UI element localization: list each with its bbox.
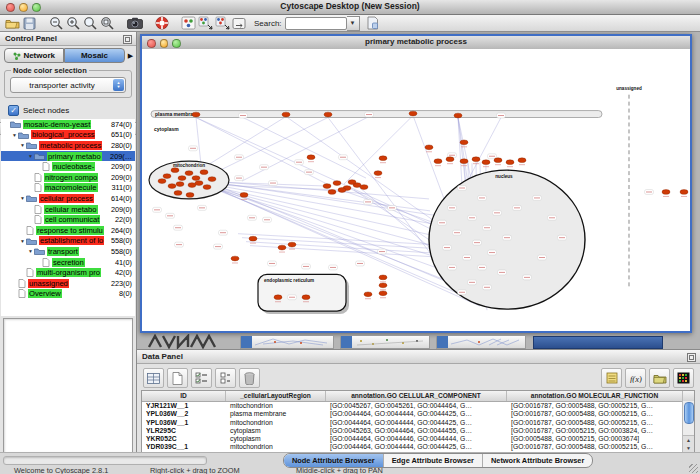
expand-triangle-icon[interactable]: ▼ [19, 142, 26, 148]
tree-item-count: 614(0) [111, 194, 135, 203]
resize-grip[interactable] [689, 464, 698, 473]
tree-item-label: transport [47, 247, 79, 256]
node-color-selection-label: Node color selection [11, 66, 89, 75]
filter-network-icon[interactable] [214, 16, 231, 31]
tree-item-label: unassigned [28, 279, 69, 288]
annotation-icon[interactable] [231, 16, 248, 31]
zoom-selected-icon[interactable] [82, 16, 99, 31]
file-icon [34, 215, 42, 224]
new-attribute-icon[interactable] [167, 368, 188, 388]
col-header-molecular-function[interactable]: annotation.GO MOLECULAR_FUNCTION [507, 391, 683, 401]
table-row[interactable]: YPL036W__2plasma membrane[GO:0044464, GO… [142, 410, 683, 418]
table-row[interactable]: YKR052Ccytoplasm[GO:0044464, GO:0044446,… [142, 435, 683, 443]
tree-item[interactable]: ▼nitrogen compo209(0) [1, 172, 135, 183]
background-window-3-titlebox [437, 336, 448, 348]
table-row[interactable]: YLR295Ccytoplasm[GO:0045263, GO:0044464,… [142, 427, 683, 435]
tree-item[interactable]: ▼nucleobase-209(0) [1, 161, 135, 172]
table-scrollbar-arrows[interactable]: ▲▼ [683, 435, 694, 452]
col-header-cellular-component[interactable]: annotation.GO CELLULAR_COMPONENT [326, 391, 507, 401]
tree-item[interactable]: ▼metabolic process280(0) [1, 140, 135, 151]
attribute-notes-icon[interactable] [601, 368, 622, 388]
float-panel-icon[interactable] [123, 35, 132, 44]
background-window-3[interactable] [436, 335, 526, 349]
tree-item-count: 209(0) [111, 205, 135, 214]
delete-attribute-trash-icon[interactable] [239, 368, 260, 388]
zoom-out-icon[interactable] [48, 16, 65, 31]
tree-item[interactable]: ▼macromolecule311(0) [1, 183, 135, 194]
expand-triangle-icon[interactable]: ▼ [27, 248, 34, 254]
import-attributes-folder-icon[interactable] [649, 368, 670, 388]
table-cell: cytoplasm [226, 427, 326, 435]
data-panel-title: Data Panel [142, 352, 183, 361]
background-window-thumbnails [137, 334, 700, 349]
unselect-attributes-icon[interactable] [215, 368, 236, 388]
zoom-in-icon[interactable] [65, 16, 82, 31]
node-color-dropdown[interactable]: transporter activity ▲▼ [10, 77, 126, 93]
search-dropdown-button[interactable]: ▼ [347, 16, 360, 31]
snapshot-camera-icon[interactable] [126, 16, 143, 31]
open-session-icon[interactable] [4, 16, 21, 31]
folder-icon [34, 247, 45, 255]
select-attributes-icon[interactable] [191, 368, 212, 388]
expand-triangle-icon[interactable]: ▼ [19, 195, 26, 201]
network-canvas[interactable]: plasma membrane cytoplasm mitochondrion … [142, 49, 690, 331]
tree-item-count: 42(0) [115, 268, 135, 277]
tree-item[interactable]: ▼secretion41(0) [1, 257, 135, 268]
tree-item-count: 209(0) [111, 162, 135, 171]
network-tab-icon [13, 52, 21, 60]
table-row[interactable]: YPL036W__1mitochondrion[GO:0044464, GO:0… [142, 419, 683, 427]
tab-network-attribute-browser[interactable]: Network Attribute Browser [483, 454, 592, 467]
tree-item[interactable]: ▼primary metabo209(… [1, 151, 135, 162]
tab-overflow-arrow-icon[interactable]: ▶ [128, 52, 133, 60]
tree-item-count: 558(0) [111, 247, 135, 256]
tab-network[interactable]: Network [4, 48, 64, 63]
status-pan-hint: Middle-click + drag to PAN [296, 466, 383, 474]
background-window-2[interactable] [340, 335, 430, 349]
col-header-id[interactable]: ID [142, 391, 226, 401]
tab-mosaic[interactable]: Mosaic [64, 48, 124, 63]
float-data-panel-icon[interactable] [687, 353, 696, 362]
tree-item[interactable]: ▼cellular metabo209(0) [1, 204, 135, 215]
help-lifering-icon[interactable] [153, 16, 170, 31]
tree-item[interactable]: ▼multi-organism pro42(0) [1, 267, 135, 278]
search-input[interactable] [285, 17, 347, 30]
tree-item[interactable]: ▼cellular process614(0) [1, 193, 135, 204]
table-cell: mitochondrion [226, 419, 326, 427]
tree-item[interactable]: ▼cell communicat22(0) [1, 214, 135, 225]
tree-item[interactable]: ▼mosaic-demo-yeast874(0) [1, 119, 135, 130]
tree-item[interactable]: ▼biological_process651(0) [1, 130, 135, 141]
table-cell: [GO:0016787, GO:0005488, GO:0005215, G… [507, 410, 683, 418]
vizmapper-icon[interactable] [180, 16, 197, 31]
background-window-1[interactable] [240, 335, 334, 349]
function-builder-icon[interactable]: f(x) [625, 368, 646, 388]
birdseye-view-panel[interactable] [3, 318, 133, 453]
tree-item[interactable]: ▼unassigned223(0) [1, 278, 135, 289]
unassigned-label: unassigned [616, 86, 642, 91]
col-header-region[interactable]: _cellularLayoutRegion [226, 391, 326, 401]
zoom-fit-icon[interactable] [99, 16, 116, 31]
status-zoom-hint: Right-click + drag to ZOOM [150, 466, 240, 474]
attribute-table-icon[interactable] [143, 368, 164, 388]
background-window-4-titlebar[interactable] [533, 336, 663, 349]
tree-item[interactable]: ▼response to stimulu264(0) [1, 225, 135, 236]
expand-triangle-icon[interactable]: ▼ [11, 132, 18, 138]
tree-item[interactable]: ▼Overview8(0) [1, 289, 135, 300]
background-window-1-titlebox [241, 336, 252, 348]
tree-item-label: metabolic process [39, 141, 102, 150]
save-session-icon[interactable] [21, 16, 38, 31]
tab-edge-attribute-browser[interactable]: Edge Attribute Browser [384, 454, 483, 467]
select-nodes-checkbox[interactable]: ✓ [8, 105, 19, 116]
expand-triangle-icon[interactable]: ▼ [27, 153, 34, 159]
tree-item[interactable]: ▼transport558(0) [1, 246, 135, 257]
control-panel-title: Control Panel [5, 34, 57, 43]
table-scrollbar[interactable]: ▲▼ [682, 401, 694, 452]
layout-network-icon[interactable] [197, 16, 214, 31]
table-row[interactable]: YDR039C__1mitochondrion[GO:0044464, GO:0… [142, 443, 683, 451]
expand-triangle-icon[interactable]: ▼ [19, 238, 26, 244]
table-row[interactable]: YJR121W__1mitochondrion[GO:0045267, GO:0… [142, 402, 683, 410]
heatmap-icon[interactable] [673, 368, 694, 388]
tree-item[interactable]: ▼establishment of lo558(0) [1, 236, 135, 247]
search-config-icon[interactable] [364, 16, 381, 31]
network-window-titlebar[interactable]: primary metabolic process [142, 36, 690, 50]
table-scrollbar-thumb[interactable] [684, 402, 694, 424]
